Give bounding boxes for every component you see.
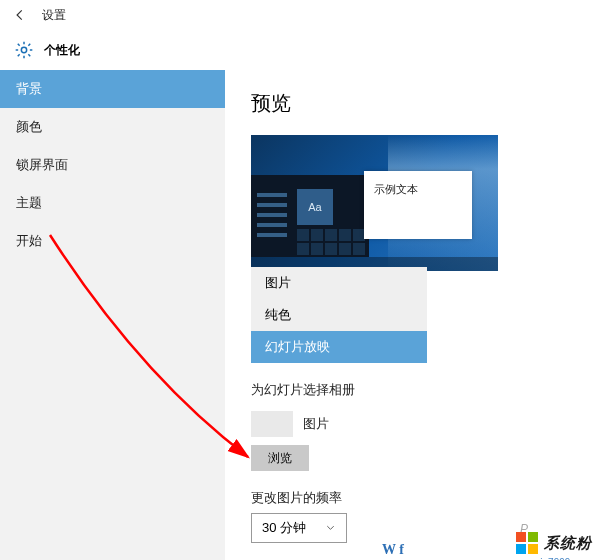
preview-tile-aa: Aa	[297, 189, 333, 225]
sidebar-item-label: 主题	[16, 194, 42, 212]
background-type-dropdown[interactable]: 图片 纯色 幻灯片放映	[251, 267, 427, 363]
svg-point-0	[21, 47, 26, 52]
browse-button[interactable]: 浏览	[251, 445, 309, 471]
header: 个性化	[0, 30, 600, 70]
window-title: 设置	[42, 7, 66, 24]
sidebar-item-label: 颜色	[16, 118, 42, 136]
option-solid[interactable]: 纯色	[251, 299, 427, 331]
svg-line-8	[18, 54, 20, 56]
sidebar-item-start[interactable]: 开始	[0, 222, 225, 260]
preview-sample-text: 示例文本	[374, 183, 418, 195]
gear-icon	[14, 40, 34, 60]
album-row: 图片	[251, 405, 574, 439]
content: 预览 Aa 示例文本 图片 纯色 幻灯片放映 为幻灯片选择相册 图片 浏览 更改…	[225, 70, 600, 560]
sidebar-item-label: 开始	[16, 232, 42, 250]
option-label: 幻灯片放映	[265, 338, 330, 356]
preview-window: 示例文本	[364, 171, 472, 239]
frequency-label: 更改图片的频率	[251, 489, 574, 507]
chevron-down-icon	[325, 521, 336, 536]
sidebar-item-color[interactable]: 颜色	[0, 108, 225, 146]
body: 背景 颜色 锁屏界面 主题 开始 预览 Aa 示例文本 图片 纯色 幻灯片放映 …	[0, 70, 600, 560]
section-title: 个性化	[44, 42, 80, 59]
sidebar-item-label: 背景	[16, 80, 42, 98]
frequency-value: 30 分钟	[262, 519, 306, 537]
preview-leftcol	[257, 193, 287, 253]
option-picture[interactable]: 图片	[251, 267, 427, 299]
titlebar: 设置	[0, 0, 600, 30]
wf-mark: W f	[382, 542, 404, 558]
back-button[interactable]	[10, 5, 30, 25]
option-slideshow[interactable]: 幻灯片放映	[251, 331, 427, 363]
browse-button-label: 浏览	[268, 450, 292, 467]
sidebar-item-theme[interactable]: 主题	[0, 184, 225, 222]
album-thumb-label: 图片	[303, 415, 329, 433]
watermark: 系统粉	[516, 532, 592, 554]
arrow-left-icon	[13, 8, 27, 22]
desktop-preview: Aa 示例文本	[251, 135, 498, 271]
frequency-select[interactable]: 30 分钟	[251, 513, 347, 543]
preview-tile-grid	[297, 229, 369, 255]
option-label: 图片	[265, 274, 291, 292]
option-label: 纯色	[265, 306, 291, 324]
sidebar-item-lockscreen[interactable]: 锁屏界面	[0, 146, 225, 184]
album-label: 为幻灯片选择相册	[251, 381, 574, 399]
svg-line-6	[28, 54, 30, 56]
sidebar-item-background[interactable]: 背景	[0, 70, 225, 108]
svg-line-5	[18, 44, 20, 46]
sidebar: 背景 颜色 锁屏界面 主题 开始	[0, 70, 225, 560]
preview-heading: 预览	[251, 90, 574, 117]
watermark-brand: 系统粉	[544, 534, 592, 553]
album-thumb[interactable]	[251, 411, 293, 437]
svg-line-7	[28, 44, 30, 46]
sidebar-item-label: 锁屏界面	[16, 156, 68, 174]
ms-logo-icon	[516, 532, 538, 554]
